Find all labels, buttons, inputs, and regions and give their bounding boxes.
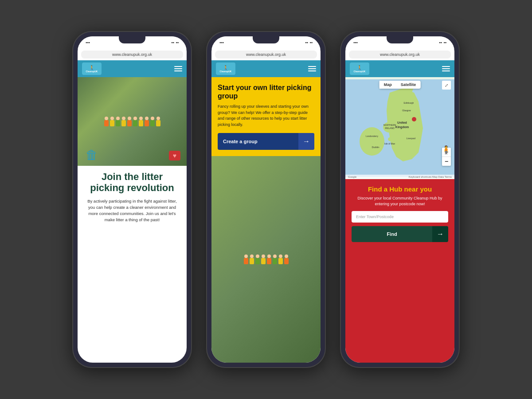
logo-icon-1: 🚶 (89, 65, 94, 70)
people-group-2 (244, 254, 289, 264)
url-bar-3[interactable]: www.cleanupuk.org.uk (349, 51, 451, 59)
map-expand-icon[interactable]: ⤢ (442, 81, 451, 90)
svg-point-1 (360, 127, 384, 156)
nav-bar-2: 🚶 CleanupUK (211, 60, 321, 77)
hamburger-line (308, 68, 316, 69)
create-btn-label: Create a group (218, 139, 298, 144)
url-bar-1[interactable]: www.cleanupuk.org.uk (81, 51, 183, 59)
screen-content-3: Map Satellite ⤢ United (345, 77, 454, 363)
hamburger-line (174, 68, 182, 69)
find-hub-section: Find a Hub near you Discover your local … (345, 179, 454, 363)
streetview-icon[interactable]: 🧍 (441, 145, 451, 155)
yellow-section: Start your own litter picking group Fanc… (211, 77, 321, 156)
phone-1: ▪▪▪ ▪▪ ▪▪ www.cleanupuk.org.uk 🚶 Cleanup… (72, 31, 192, 368)
logo-text-1: CleanupUK (86, 70, 98, 73)
phone-3: ▪▪▪ ▪▪ ▪▪ www.cleanupuk.org.uk 🚶 Cleanup… (340, 31, 460, 368)
create-group-button[interactable]: Create a group → (218, 133, 314, 150)
uk-map-svg: United Kingdom Dublin NORTHERN IRELAND L… (345, 77, 454, 179)
logo-1: 🚶 CleanupUK (82, 63, 102, 75)
logo-icon-3: 🚶 (357, 65, 362, 70)
svg-text:NORTHERN: NORTHERN (383, 124, 396, 126)
wifi-icon-3: ▪▪ (439, 40, 442, 45)
hamburger-line (308, 70, 316, 71)
battery-icon-2: ▪▪ (310, 40, 313, 45)
screen-content-2: Start your own litter picking group Fanc… (211, 77, 321, 363)
postcode-input[interactable]: Enter Town/Postcode (352, 211, 448, 223)
map-section: Map Satellite ⤢ United (345, 77, 454, 179)
logo-icon-2: 🚶 (223, 65, 228, 70)
notch-1 (119, 36, 145, 43)
create-btn-arrow-icon: → (298, 133, 314, 150)
trash-icon: 🗑 (86, 148, 98, 162)
svg-text:IRELAND: IRELAND (385, 127, 395, 129)
hamburger-line (442, 70, 450, 71)
svg-text:Dublin: Dublin (372, 146, 379, 149)
hamburger-menu-3[interactable] (442, 66, 450, 71)
nav-bar-1: 🚶 CleanupUK (78, 60, 187, 77)
find-btn-arrow-icon: → (432, 226, 448, 242)
hamburger-line (174, 66, 182, 67)
svg-text:Kingdom: Kingdom (395, 125, 409, 129)
status-bar-1: ▪▪▪ ▪▪ ▪▪ (78, 36, 187, 49)
signal-icon: ▪▪▪ (86, 40, 90, 45)
map-tab-map[interactable]: Map (379, 81, 396, 89)
phone1-headline: Join the litter picking revolution (84, 171, 180, 194)
svg-text:Glasgow: Glasgow (402, 109, 411, 112)
map-tabs: Map Satellite (379, 81, 421, 89)
phone1-text-area: Join the litter picking revolution By ac… (78, 166, 187, 363)
map-credits: Google Keyboard shortcuts Map Data Terms (345, 175, 454, 179)
wifi-icon: ▪▪ (171, 40, 174, 45)
status-bar-3: ▪▪▪ ▪▪ ▪▪ (345, 36, 454, 49)
hamburger-line (174, 70, 182, 71)
svg-point-14 (412, 117, 416, 121)
signal-icon-3: ▪▪▪ (353, 40, 358, 45)
svg-text:Londonderry: Londonderry (366, 135, 379, 137)
status-bar-2: ▪▪▪ ▪▪ ▪▪ (211, 36, 321, 49)
people-group (104, 117, 160, 126)
phone-2: ▪▪▪ ▪▪ ▪▪ www.cleanupuk.org.uk 🚶 Cleanup… (206, 31, 326, 368)
find-hub-headline: Find a Hub near you (352, 185, 448, 193)
notch-2 (253, 36, 279, 43)
hamburger-line (442, 66, 450, 67)
map-tab-satellite[interactable]: Satellite (396, 81, 421, 89)
svg-text:Edinburgh: Edinburgh (404, 102, 414, 104)
find-button[interactable]: Find → (352, 226, 448, 242)
screen-content-1: 🗑 ♥ Join the litter picking revolution B… (78, 77, 187, 363)
logo-3: 🚶 CleanupUK (350, 63, 369, 75)
phone2-body: Fancy rolling up your sleeves and starti… (218, 104, 314, 128)
find-hub-body: Discover your local Community Cleanup Hu… (352, 196, 448, 207)
battery-icon-3: ▪▪ (444, 40, 446, 45)
hero-image-1: 🗑 ♥ (78, 77, 187, 166)
phone1-body: By actively participating in the fight a… (84, 198, 180, 223)
zoom-out-button[interactable]: − (442, 157, 451, 166)
logo-2: 🚶 CleanupUK (216, 63, 235, 75)
svg-point-12 (388, 137, 394, 141)
heart-badge: ♥ (169, 151, 180, 160)
hamburger-menu-1[interactable] (174, 66, 182, 71)
svg-text:United: United (397, 121, 407, 124)
url-bar-2[interactable]: www.cleanupuk.org.uk (215, 51, 317, 59)
signal-icon-2: ▪▪▪ (219, 40, 224, 45)
find-btn-label: Find (352, 231, 432, 237)
logo-text-3: CleanupUK (354, 70, 366, 73)
svg-text:Isle of Man: Isle of Man (384, 142, 395, 145)
phone2-headline: Start your own litter picking group (218, 83, 314, 100)
phone2-photo (211, 156, 321, 363)
logo-text-2: CleanupUK (220, 70, 232, 73)
hamburger-line (442, 68, 450, 69)
svg-text:Liverpool: Liverpool (407, 137, 415, 140)
nav-bar-3: 🚶 CleanupUK (345, 60, 454, 77)
wifi-icon-2: ▪▪ (305, 40, 308, 45)
battery-icon: ▪▪ (176, 40, 179, 45)
notch-3 (387, 36, 413, 43)
google-credit: Google (348, 176, 356, 178)
hamburger-line (308, 66, 316, 67)
hamburger-menu-2[interactable] (308, 66, 316, 71)
map-terms: Keyboard shortcuts Map Data Terms (409, 176, 452, 178)
